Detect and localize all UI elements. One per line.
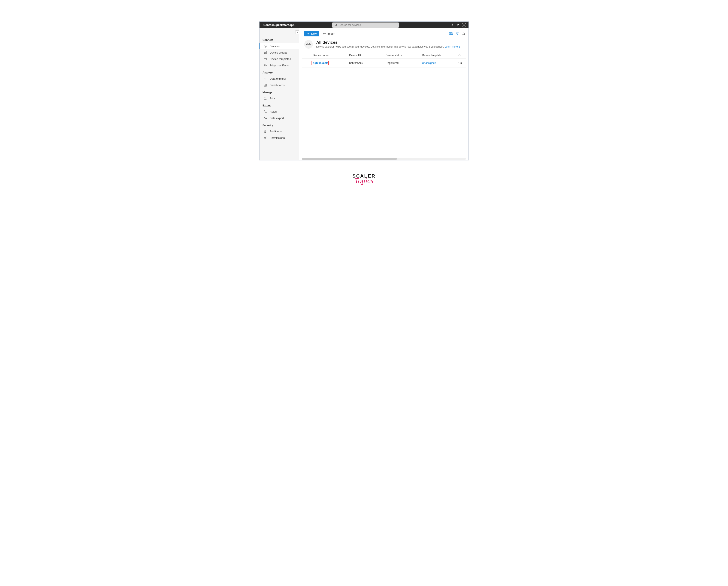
hamburger-icon[interactable] [260, 29, 299, 36]
col-device-template[interactable]: Device template [420, 54, 457, 57]
svg-point-9 [264, 45, 266, 47]
import-icon [323, 32, 326, 35]
section-security: Security [260, 121, 299, 128]
import-button[interactable]: Import [322, 31, 337, 36]
device-templates-icon [263, 57, 267, 60]
svg-rect-20 [265, 85, 266, 86]
table: Device name Device ID Device status Devi… [299, 52, 468, 160]
expand-tree-icon[interactable] [295, 30, 299, 34]
section-connect: Connect [260, 36, 299, 43]
svg-point-21 [265, 99, 266, 100]
sidebar-item-label: Device groups [269, 51, 287, 54]
sidebar-item-edge-manifests[interactable]: Edge manifests [260, 62, 299, 69]
svg-rect-11 [264, 52, 264, 54]
sidebar-item-dashboards[interactable]: Dashboards [260, 82, 299, 88]
sidebar-item-device-groups[interactable]: Device groups [260, 49, 299, 56]
data-export-icon [263, 116, 267, 120]
svg-point-10 [265, 46, 265, 47]
page-subtitle: Device explorer helps you see all your d… [316, 45, 463, 48]
section-analyze: Analyze [260, 69, 299, 75]
app-frame: Contoso quickstart app ? [259, 21, 469, 160]
table-header: Device name Device ID Device status Devi… [302, 52, 466, 59]
dashboards-icon [263, 83, 267, 87]
sidebar-item-audit-logs[interactable]: Audit logs [260, 128, 299, 134]
header: Contoso quickstart app ? [260, 22, 468, 28]
svg-rect-12 [265, 52, 265, 54]
svg-marker-37 [456, 32, 458, 35]
col-org[interactable]: Or [457, 54, 467, 57]
new-button[interactable]: ＋ New [304, 31, 319, 36]
sidebar-item-devices[interactable]: Devices [260, 43, 299, 49]
rules-icon [263, 110, 267, 113]
sidebar-item-data-explorer[interactable]: Data explorer [260, 75, 299, 82]
sidebar-item-label: Permissions [269, 136, 285, 139]
filter-icon[interactable] [455, 32, 459, 35]
svg-point-29 [264, 137, 265, 138]
cell-device-name[interactable]: hqt9xn6co9 [311, 61, 347, 65]
devices-chip-icon [304, 40, 313, 49]
svg-rect-16 [266, 65, 266, 66]
sidebar-item-label: Rules [269, 110, 277, 113]
svg-point-0 [335, 24, 336, 26]
search-box[interactable] [332, 23, 399, 28]
sidebar-item-device-templates[interactable]: Device templates [260, 56, 299, 62]
feedback-icon[interactable] [462, 23, 466, 27]
new-label: New [311, 32, 317, 35]
table-row[interactable]: hqt9xn6co9 hqt9xn6co9 Registered Unassig… [302, 59, 466, 68]
cell-device-id: hqt9xn6co9 [347, 61, 384, 65]
sidebar-item-label: Dashboards [269, 83, 285, 87]
svg-rect-18 [265, 84, 266, 85]
page-title: All devices [316, 40, 463, 45]
data-explorer-icon [263, 77, 267, 80]
edge-manifests-icon [263, 63, 267, 67]
svg-line-1 [336, 25, 337, 26]
sidebar-item-label: Edge manifests [269, 64, 289, 67]
main: ＋ New Import [299, 28, 468, 160]
app-name: Contoso quickstart app [260, 23, 299, 27]
sidebar-item-label: Device templates [269, 57, 291, 60]
audit-logs-icon [263, 130, 267, 133]
col-device-name[interactable]: Device name [311, 54, 347, 57]
toolbar-right [449, 32, 466, 35]
sidebar-item-data-export[interactable]: Data export [260, 115, 299, 121]
sidebar-item-permissions[interactable]: Permissions [260, 134, 299, 141]
import-label: Import [328, 32, 335, 35]
bell-icon[interactable] [462, 32, 466, 35]
sidebar-item-label: Devices [269, 45, 280, 48]
permissions-icon [263, 136, 267, 139]
cell-device-template[interactable]: Unassigned [420, 61, 457, 65]
col-device-status[interactable]: Device status [384, 54, 420, 57]
section-manage: Manage [260, 88, 299, 95]
toolbar: ＋ New Import [299, 28, 468, 39]
svg-rect-3 [463, 24, 465, 26]
body: Connect Devices Device groups Device tem… [260, 28, 468, 160]
search-input[interactable] [339, 24, 397, 27]
learn-more-link[interactable]: Learn more [445, 45, 461, 48]
sidebar: Connect Devices Device groups Device tem… [260, 28, 299, 160]
svg-rect-13 [266, 51, 266, 54]
cell-device-status: Registered [384, 61, 420, 65]
page-watermark: SCALER Topics [353, 173, 375, 185]
brand-line2: Topics [353, 177, 375, 185]
svg-point-2 [452, 25, 453, 25]
devices-icon [263, 44, 267, 48]
horizontal-scrollbar[interactable] [302, 158, 466, 160]
svg-rect-19 [264, 85, 265, 86]
plus-icon: ＋ [307, 32, 310, 35]
scrollbar-thumb[interactable] [302, 158, 397, 160]
col-device-id[interactable]: Device ID [347, 54, 384, 57]
svg-point-28 [265, 132, 266, 133]
columns-icon[interactable] [449, 32, 453, 35]
sidebar-item-rules[interactable]: Rules [260, 108, 299, 115]
help-icon[interactable]: ? [456, 23, 460, 27]
settings-icon[interactable] [450, 23, 454, 27]
svg-rect-14 [264, 58, 266, 60]
svg-rect-17 [264, 84, 265, 85]
svg-line-24 [265, 111, 266, 112]
header-right: ? [450, 23, 468, 27]
sidebar-item-label: Jobs [269, 97, 275, 100]
sidebar-item-jobs[interactable]: Jobs [260, 95, 299, 102]
device-groups-icon [263, 51, 267, 54]
section-extend: Extend [260, 102, 299, 108]
jobs-icon [263, 97, 267, 100]
